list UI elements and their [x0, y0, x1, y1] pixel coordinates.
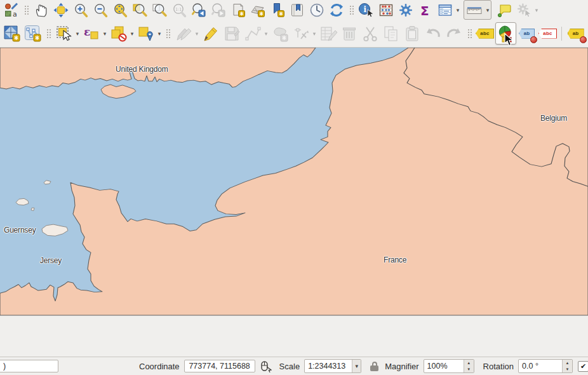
svg-text:ε: ε [84, 25, 90, 38]
temporal-controller-button[interactable] [307, 1, 326, 19]
zoom-full-button[interactable] [110, 1, 130, 19]
deselect-all-button[interactable] [108, 22, 129, 44]
zoom-next-button[interactable] [208, 1, 228, 19]
toolbar-grip[interactable] [23, 4, 29, 16]
vertex-tool-icon [292, 25, 310, 43]
identify-features-icon: i [358, 3, 375, 18]
new-map-view-button[interactable] [228, 1, 248, 19]
zoom-to-layer-button[interactable] [149, 1, 169, 19]
map-label-jersey: Jersey [40, 256, 62, 265]
toggle-editing-button[interactable] [200, 22, 221, 44]
new-spatial-bookmark-button[interactable] [267, 1, 287, 19]
pin-ball-icon [580, 36, 587, 43]
rotation-spin-down[interactable]: ▼ [563, 366, 572, 372]
add-feature-button[interactable] [269, 22, 290, 44]
select-by-expression-button[interactable]: ε [81, 22, 102, 44]
move-label-button[interactable]: ab [565, 22, 586, 44]
zoom-to-layer-icon [152, 3, 167, 18]
measure-button-group: ▾ [464, 0, 491, 20]
measure-line-button[interactable] [464, 1, 484, 19]
select-by-expression-icon: ε [83, 25, 100, 43]
attribute-table-icon [438, 3, 453, 18]
zoom-last-button[interactable] [189, 1, 208, 19]
select-features-button[interactable] [53, 22, 74, 44]
run-feature-action-button[interactable] [514, 1, 533, 19]
pan-to-selection-icon [53, 3, 69, 18]
pan-to-selection-button[interactable] [51, 1, 70, 19]
locator-input[interactable] [0, 360, 58, 372]
new-bookmark-icon [270, 3, 285, 18]
scale-combobox: ▾ [304, 359, 361, 373]
pin-labels-button[interactable]: ab [516, 22, 537, 44]
map-label-guernsey: Guernsey [4, 226, 36, 235]
deselect-all-dropdown[interactable]: ▾ [129, 31, 135, 37]
save-layer-edits-button[interactable] [221, 22, 242, 44]
layer-labeling-options-button[interactable]: abc [474, 22, 495, 44]
layer-diagram-options-button[interactable] [495, 22, 516, 44]
toolbar-grip[interactable] [349, 4, 354, 16]
statistical-summary-button[interactable]: Σ [415, 1, 435, 19]
zoom-to-selection-button[interactable] [130, 1, 149, 19]
select-features-dropdown[interactable]: ▾ [74, 31, 81, 37]
map-canvas[interactable]: United Kingdom Belgium France Guernsey J… [0, 48, 588, 357]
scale-dropdown-button[interactable]: ▾ [352, 360, 361, 372]
delete-selected-button[interactable] [338, 22, 359, 44]
toolbar-grip[interactable] [467, 28, 472, 39]
select-by-value-dropdown[interactable]: ▾ [156, 31, 163, 37]
current-edits-dropdown[interactable]: ▾ [194, 31, 200, 37]
select-features-icon [55, 25, 73, 43]
rotation-spin-up[interactable]: ▲ [563, 360, 572, 366]
rotation-input[interactable] [519, 360, 562, 372]
toggle-extents-mouse-icon[interactable] [259, 360, 272, 372]
measure-dropdown[interactable]: ▾ [484, 7, 491, 13]
map-label-france: France [384, 256, 406, 264]
digitize-dropdown[interactable]: ▾ [263, 31, 269, 37]
attribute-table-dropdown[interactable]: ▾ [455, 7, 461, 13]
field-calculator-button[interactable] [376, 1, 396, 19]
refresh-button[interactable] [326, 1, 346, 19]
map-label-united-kingdom: United Kingdom [116, 65, 168, 74]
style-manager-button[interactable]: a [1, 1, 21, 19]
new-3d-map-view-button[interactable] [248, 1, 267, 19]
highlight-pinned-labels-button[interactable]: abc [537, 22, 558, 44]
magnifier-input[interactable] [424, 360, 464, 372]
processing-toolbox-button[interactable] [396, 1, 415, 19]
map-svg [0, 48, 588, 357]
undo-button[interactable] [422, 22, 443, 44]
run-feature-action-dropdown[interactable]: ▾ [533, 7, 540, 13]
map-tips-button[interactable] [494, 1, 514, 19]
open-attribute-table-button[interactable] [435, 1, 455, 19]
digitize-with-segment-button[interactable] [242, 22, 263, 44]
lock-scale-icon[interactable] [370, 362, 378, 371]
modify-attributes-icon [319, 25, 337, 43]
new-shapefile-layer-button[interactable] [22, 22, 43, 44]
magnifier-spin-down[interactable]: ▼ [464, 366, 474, 372]
zoom-in-button[interactable] [70, 1, 90, 19]
render-checkbox[interactable]: ✔ [578, 361, 588, 372]
status-bar: Coordinate Scale ▾ Magnifier ▲ ▼ Rotatio… [0, 357, 588, 375]
identify-features-button[interactable]: i [356, 1, 376, 19]
zoom-out-button[interactable] [90, 1, 110, 19]
scale-label: Scale [279, 362, 300, 371]
coordinate-input[interactable] [184, 360, 255, 372]
show-spatial-bookmarks-button[interactable] [287, 1, 307, 19]
toolbar-grip[interactable] [46, 28, 51, 39]
paste-features-button[interactable] [401, 22, 422, 44]
new-virtual-layer-button[interactable] [1, 22, 22, 44]
pan-map-button[interactable] [31, 1, 51, 19]
modify-attributes-button[interactable] [317, 22, 338, 44]
select-by-expression-dropdown[interactable]: ▾ [102, 31, 108, 37]
magnifier-spin-up[interactable]: ▲ [464, 360, 474, 366]
zoom-native-resolution-button[interactable]: 1:1 [169, 1, 189, 19]
toolbar-grip[interactable] [165, 28, 170, 39]
current-edits-button[interactable] [173, 22, 194, 44]
vertex-tool-dropdown[interactable]: ▾ [311, 31, 317, 37]
select-by-value-button[interactable] [135, 22, 156, 44]
redo-button[interactable] [443, 22, 464, 44]
copy-features-button[interactable] [380, 22, 401, 44]
refresh-icon [329, 3, 344, 18]
gear-icon [398, 3, 413, 18]
scale-input[interactable] [305, 360, 352, 372]
cut-features-button[interactable] [359, 22, 380, 44]
vertex-tool-button[interactable] [290, 22, 311, 44]
